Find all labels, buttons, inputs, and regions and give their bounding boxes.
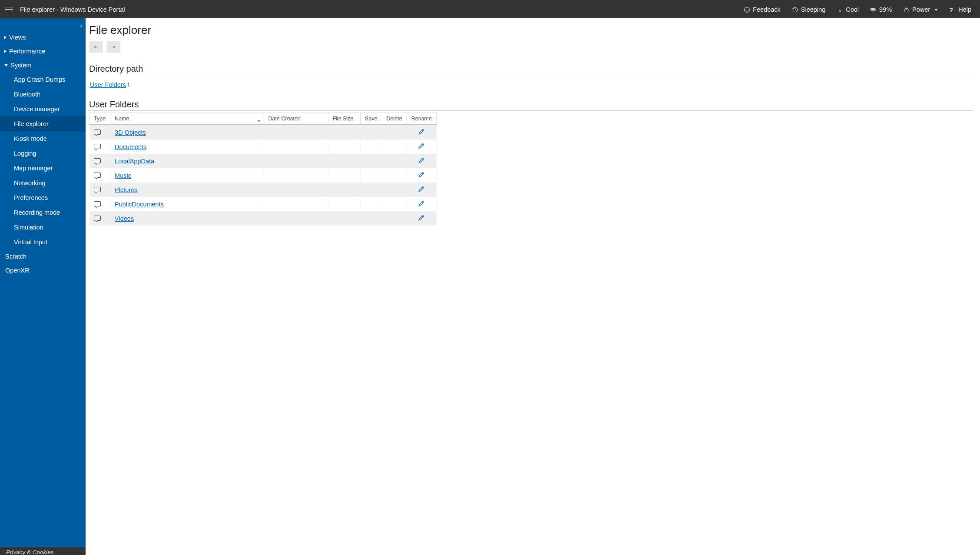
name-cell: Music — [110, 168, 264, 183]
sidebar-item-bluetooth[interactable]: Bluetooth — [0, 87, 86, 102]
battery-status[interactable]: 99% — [870, 6, 892, 13]
nav-views[interactable]: Views — [0, 30, 86, 44]
date-cell — [264, 183, 328, 197]
menu-icon[interactable] — [5, 6, 13, 13]
back-button[interactable] — [89, 41, 103, 53]
table-row: Documents — [89, 140, 437, 154]
pencil-icon[interactable] — [418, 143, 425, 150]
table-row: Videos — [89, 211, 437, 226]
sidebar-item-virtual-input[interactable]: Virtual Input — [0, 235, 86, 249]
power-menu[interactable]: Power — [903, 6, 938, 13]
privacy-link[interactable]: Privacy & Cookies — [0, 547, 86, 555]
save-cell — [361, 168, 382, 183]
date-cell — [264, 197, 328, 211]
size-cell — [328, 168, 360, 183]
col-size[interactable]: File Size — [328, 113, 360, 125]
sidebar-item-kiosk-mode[interactable]: Kiosk mode — [0, 131, 86, 146]
sidebar-item-device-manager[interactable]: Device manager — [0, 102, 86, 116]
folder-link[interactable]: Pictures — [115, 186, 137, 193]
type-cell — [89, 211, 110, 226]
svg-rect-5 — [875, 9, 876, 10]
folder-icon — [94, 158, 101, 163]
size-cell — [328, 183, 360, 197]
folder-link[interactable]: 3D Objects — [115, 129, 146, 136]
sidebar-item-recording-mode[interactable]: Recording mode — [0, 205, 86, 220]
power-icon — [903, 7, 910, 13]
svg-point-0 — [745, 7, 750, 12]
nav-system-label: System — [10, 62, 31, 69]
date-cell — [264, 125, 328, 140]
delete-cell — [382, 125, 407, 140]
col-rename[interactable]: Rename — [407, 113, 436, 125]
date-cell — [264, 211, 328, 226]
pencil-icon[interactable] — [418, 200, 425, 207]
sidebar-item-file-explorer[interactable]: File explorer — [0, 116, 86, 131]
folder-link[interactable]: LocalAppData — [115, 158, 154, 165]
collapse-sidebar-icon[interactable]: ‹ — [80, 23, 82, 29]
table-row: 3D Objects — [89, 125, 437, 140]
pencil-icon[interactable] — [418, 171, 425, 178]
nav-system[interactable]: System — [0, 58, 86, 72]
folder-link[interactable]: Documents — [115, 143, 146, 150]
sidebar-item-label: Bluetooth — [14, 91, 40, 98]
folder-icon — [94, 144, 101, 149]
save-cell — [361, 125, 382, 140]
chevron-down-icon — [4, 64, 8, 66]
help-label: Help — [958, 6, 971, 13]
pencil-icon[interactable] — [418, 128, 425, 135]
sidebar-item-simulation[interactable]: Simulation — [0, 220, 86, 235]
help-button[interactable]: ? Help — [949, 6, 971, 13]
nav-views-label: Views — [9, 34, 26, 41]
sleeping-label: Sleeping — [801, 6, 825, 13]
sidebar-item-map-manager[interactable]: Map manager — [0, 161, 86, 176]
table-row: PublicDocuments — [89, 197, 437, 211]
save-cell — [361, 183, 382, 197]
breadcrumb-root-link[interactable]: User Folders — [90, 81, 126, 88]
size-cell — [328, 211, 360, 226]
svg-line-14 — [422, 173, 423, 174]
table-row: Pictures — [89, 183, 437, 197]
save-cell — [361, 154, 382, 168]
sidebar-item-networking[interactable]: Networking — [0, 176, 86, 190]
sleeping-status[interactable]: Sleeping — [792, 6, 825, 13]
date-cell — [264, 168, 328, 183]
arrow-right-icon — [110, 44, 116, 50]
sidebar-item-app-crash-dumps[interactable]: App Crash Dumps — [0, 72, 86, 87]
save-cell — [361, 197, 382, 211]
type-cell — [89, 125, 110, 140]
pencil-icon[interactable] — [418, 186, 425, 193]
sidebar-item-label: Device manager — [14, 106, 60, 113]
nav-scratch[interactable]: Scratch — [0, 249, 86, 263]
svg-rect-6 — [871, 9, 875, 10]
col-save[interactable]: Save — [361, 113, 382, 125]
col-delete[interactable]: Delete — [382, 113, 407, 125]
col-date[interactable]: Date Created — [264, 113, 328, 125]
svg-point-1 — [746, 9, 746, 9]
col-type[interactable]: Type — [89, 113, 110, 125]
folder-icon — [94, 187, 101, 192]
date-cell — [264, 140, 328, 154]
save-cell — [361, 140, 382, 154]
date-cell — [264, 154, 328, 168]
nav-performance[interactable]: Performance — [0, 44, 86, 58]
nav-openxr[interactable]: OpenXR — [0, 263, 86, 277]
folders-heading: User Folders — [89, 100, 973, 111]
folder-link[interactable]: PublicDocuments — [115, 201, 164, 208]
temp-label: Cool — [846, 6, 859, 13]
sidebar-item-preferences[interactable]: Preferences — [0, 190, 86, 205]
pencil-icon[interactable] — [418, 157, 425, 164]
nav-scratch-label: Scratch — [5, 253, 26, 260]
temp-status[interactable]: Cool — [837, 6, 859, 13]
delete-cell — [382, 211, 407, 226]
sidebar-item-logging[interactable]: Logging — [0, 146, 86, 161]
col-name[interactable]: Name — [110, 113, 264, 125]
folder-link[interactable]: Music — [115, 172, 131, 179]
size-cell — [328, 140, 360, 154]
pencil-icon[interactable] — [418, 214, 425, 221]
folder-link[interactable]: Videos — [115, 215, 134, 222]
feedback-button[interactable]: Feedback — [744, 6, 781, 13]
breadcrumb-sep: \ — [126, 81, 129, 88]
type-cell — [89, 154, 110, 168]
forward-button[interactable] — [106, 41, 120, 53]
rename-cell — [407, 211, 436, 226]
